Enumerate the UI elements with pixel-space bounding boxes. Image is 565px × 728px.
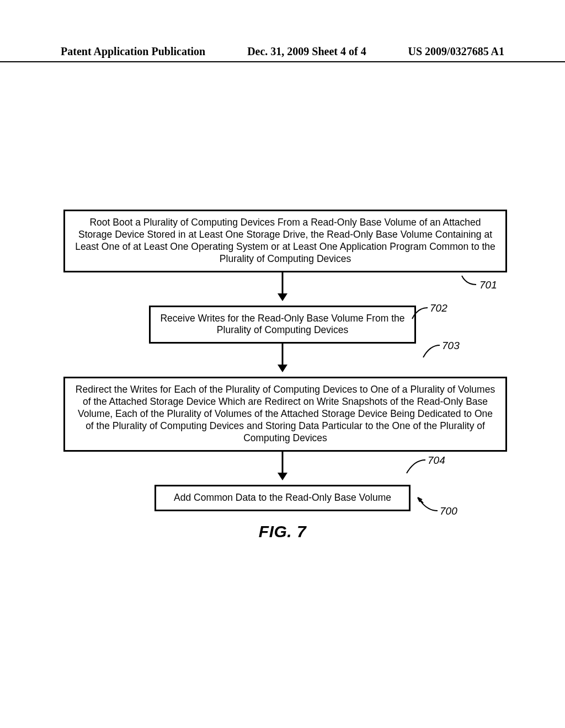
flow-step-3: Redirect the Writes for Each of the Plur… bbox=[63, 377, 507, 451]
header-left: Patent Application Publication bbox=[61, 45, 205, 58]
flow-step-1: Root Boot a Plurality of Computing Devic… bbox=[63, 210, 507, 272]
arrow-line-icon bbox=[282, 344, 284, 366]
flow-step-2: Receive Writes for the Read-Only Base Vo… bbox=[149, 306, 416, 344]
arrow-line-icon bbox=[282, 272, 284, 295]
ref-label-text: 700 bbox=[440, 505, 457, 517]
header-right: US 2009/0327685 A1 bbox=[408, 45, 504, 58]
page-header: Patent Application Publication Dec. 31, … bbox=[0, 45, 565, 62]
ref-label-text: 703 bbox=[442, 340, 460, 352]
flowchart: Root Boot a Plurality of Computing Devic… bbox=[63, 210, 502, 541]
arrow-head-icon bbox=[278, 365, 287, 372]
figure-caption: FIG. 7 bbox=[63, 522, 502, 541]
patent-page: Patent Application Publication Dec. 31, … bbox=[0, 0, 565, 728]
header-center: Dec. 31, 2009 Sheet 4 of 4 bbox=[205, 45, 408, 58]
arrow-line-icon bbox=[282, 452, 284, 474]
ref-label-text: 704 bbox=[428, 454, 445, 467]
arrow-head-icon bbox=[278, 293, 287, 301]
flow-arrow bbox=[63, 272, 502, 306]
flow-step-4: Add Common Data to the Read-Only Base Vo… bbox=[154, 485, 411, 511]
arrow-head-icon bbox=[278, 473, 287, 480]
ref-label-text: 702 bbox=[430, 302, 447, 314]
